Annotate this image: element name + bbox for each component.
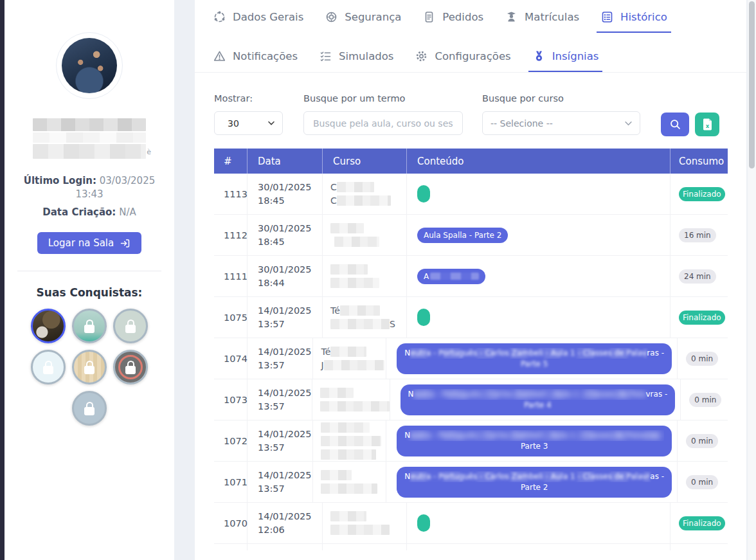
tab-insignias[interactable]: Insígnias [532, 50, 599, 72]
chevron-down-icon [268, 121, 274, 125]
row-date: 14/01/2025 13:57 [248, 297, 323, 338]
status-badge: Finalizado [679, 187, 725, 201]
profile-info: Último Login: 03/03/2025 13:43 Data Cria… [4, 174, 174, 219]
column-header-data: Data [248, 149, 323, 174]
date-value: 14/01/2025 [258, 304, 312, 318]
duration-badge: 0 min [686, 475, 718, 489]
row-content: A [407, 256, 670, 296]
enter-room-button[interactable]: Logar na Sala [37, 232, 141, 254]
achievement-badge-unlocked[interactable] [31, 309, 66, 343]
tab-matriculas[interactable]: Matrículas [505, 10, 579, 33]
course-select[interactable]: -- Selecione -- [482, 111, 640, 135]
lock-icon [43, 366, 53, 374]
duration-badge: 0 min [689, 393, 721, 407]
lock-icon [84, 325, 94, 333]
tab-configuracoes[interactable]: Configurações [415, 50, 510, 72]
tab-seguranca[interactable]: Segurança [325, 10, 401, 33]
achievement-badge-locked[interactable] [31, 350, 66, 384]
history-table: # Data Curso Conteúdo Consumo 1113 30/01… [214, 149, 728, 550]
tab-pedidos[interactable]: Pedidos [422, 10, 483, 33]
lesson-pill[interactable]: Aula Spalla - Parte 2 [417, 228, 508, 243]
lifebuoy-icon [213, 10, 226, 24]
row-consumo: 24 min [670, 256, 728, 296]
name-fragment: è [147, 148, 151, 156]
table-row: 1072 14/01/2025 13:57 Neutra - Português… [214, 420, 728, 462]
tab-notificacoes[interactable]: Notificações [213, 50, 298, 72]
row-date: 30/01/2025 18:45 [248, 215, 323, 255]
search-button[interactable] [661, 113, 689, 136]
column-header-id: # [214, 149, 248, 174]
pill-line2: Parte 2 [404, 482, 664, 493]
date-value: 14/01/2025 [258, 510, 312, 523]
duration-badge: 0 min [686, 434, 718, 448]
row-consumo: Finalizado [670, 174, 728, 214]
tab-label: Pedidos [442, 11, 483, 23]
table-row: 1111 30/01/2025 18:44 A [214, 256, 728, 297]
time-value: 13:57 [258, 400, 285, 413]
tab-simulados[interactable]: Simulados [319, 50, 393, 72]
creation-date-label: Data Criação: [42, 206, 116, 218]
time-value: 18:45 [258, 235, 285, 249]
row-course-redacted [312, 379, 390, 420]
lock-icon [125, 366, 136, 374]
achievement-badge-locked[interactable] [113, 309, 148, 343]
row-id: 1074 [214, 338, 248, 379]
lesson-pill-redacted[interactable]: A [417, 269, 485, 284]
redacted-email-line [33, 144, 146, 159]
course-fragment: C [330, 195, 337, 206]
time-value: 18:44 [258, 276, 285, 290]
time-value: 13:57 [258, 318, 285, 331]
row-content: Neutra - Português - Carlos Zambeli - Au… [390, 379, 681, 420]
lesson-pill-redacted[interactable]: Neutra - Português - Carlos Zambeli - Au… [397, 343, 672, 374]
course-fragment: S [390, 319, 395, 329]
row-id: 1072 [214, 420, 248, 461]
course-search-label: Busque por curso [482, 93, 640, 104]
scrollbar-thumb[interactable] [749, 1, 755, 168]
tab-historico[interactable]: Histórico [600, 10, 667, 33]
achievement-badge-locked[interactable] [113, 350, 148, 384]
creation-date-value: N/A [119, 206, 136, 218]
lesson-pill-redacted[interactable]: Neutra - Português - Carlos Zambeli - Au… [397, 467, 672, 498]
row-course-redacted: Té J [313, 338, 386, 379]
achievement-badge-locked[interactable] [72, 350, 107, 384]
row-date: 14/01/2025 13:57 [248, 338, 313, 379]
achievement-badge-locked[interactable] [72, 309, 107, 343]
row-consumo: 0 min [678, 338, 728, 379]
term-search-input[interactable] [303, 111, 463, 135]
chevron-down-icon [625, 121, 632, 126]
lock-icon [84, 407, 94, 415]
tabs-header: Dados Gerais Segurança Pedidos [195, 0, 746, 73]
tab-dados-gerais[interactable]: Dados Gerais [213, 10, 303, 33]
student-icon [505, 10, 518, 24]
achievements-title: Suas Conquistas: [4, 286, 174, 299]
term-search-label: Busque por um termo [303, 93, 463, 104]
table-row: 1071 14/01/2025 13:57 Neutra - Português… [214, 462, 728, 503]
secondary-tabs: Notificações Simulados Configurações [213, 50, 728, 72]
date-value: 14/01/2025 [258, 345, 312, 359]
primary-tabs: Dados Gerais Segurança Pedidos [213, 10, 728, 33]
achievement-badge-locked[interactable] [72, 391, 107, 426]
last-login-label: Último Login: [24, 175, 96, 186]
show-count-select[interactable]: 30 [214, 111, 283, 135]
lesson-pill-redacted[interactable]: Neutra - Português - Carlos Zambeli - Au… [397, 426, 672, 456]
row-consumo: Finalizado [670, 503, 728, 543]
row-content: Neutra - Português - Carlos Zambeli - Au… [386, 338, 678, 379]
lesson-pill-redacted[interactable]: Neutra - Português - Carlos Zambeli - Au… [401, 384, 676, 415]
row-course-redacted: Té S [323, 297, 407, 338]
row-consumo: Finalizado [670, 297, 728, 338]
excel-export-button[interactable]: x [695, 113, 719, 136]
scrollbar-track[interactable] [748, 0, 756, 560]
enter-room-label: Logar na Sala [48, 237, 114, 249]
redacted-name-line [33, 118, 146, 131]
column-header-curso: Curso [323, 149, 407, 174]
tab-label: Simulados [339, 50, 393, 62]
row-id: 1070 [214, 503, 248, 543]
shield-ring-icon [325, 10, 338, 24]
sign-in-icon [120, 238, 130, 249]
row-id: 1073 [214, 379, 248, 420]
row-consumo: 0 min [678, 462, 728, 502]
redacted-pill-text: eutra - Português - Carlos Zambeli - Aul… [410, 348, 647, 359]
row-content: Neutra - Português - Carlos Zambeli - Au… [386, 462, 678, 502]
main-panel: Dados Gerais Segurança Pedidos [195, 0, 746, 560]
checklist-icon [319, 50, 332, 63]
